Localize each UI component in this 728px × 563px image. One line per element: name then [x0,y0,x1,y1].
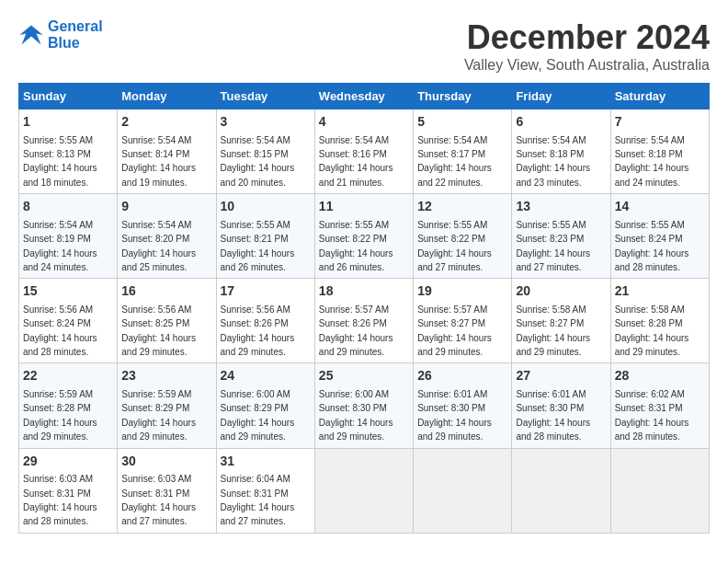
calendar-cell: 24Sunrise: 6:00 AMSunset: 8:29 PMDayligh… [216,363,314,448]
calendar-cell [414,448,512,533]
day-number: 13 [516,198,606,216]
header-row: SundayMondayTuesdayWednesdayThursdayFrid… [19,84,710,109]
day-info: Sunrise: 5:59 AMSunset: 8:29 PMDaylight:… [121,389,196,442]
day-number: 29 [23,453,113,471]
calendar-cell: 6Sunrise: 5:54 AMSunset: 8:18 PMDaylight… [512,109,610,194]
day-info: Sunrise: 5:54 AMSunset: 8:18 PMDaylight:… [615,135,689,188]
calendar-cell: 12Sunrise: 5:55 AMSunset: 8:22 PMDayligh… [414,194,512,279]
day-info: Sunrise: 6:00 AMSunset: 8:30 PMDaylight:… [319,389,393,442]
calendar-cell: 22Sunrise: 5:59 AMSunset: 8:28 PMDayligh… [19,363,118,448]
day-number: 26 [417,367,507,385]
day-number: 25 [319,367,409,385]
calendar-cell: 2Sunrise: 5:54 AMSunset: 8:14 PMDaylight… [118,109,216,194]
calendar-body: 1Sunrise: 5:55 AMSunset: 8:13 PMDaylight… [19,109,710,534]
calendar-cell: 31Sunrise: 6:04 AMSunset: 8:31 PMDayligh… [216,448,314,533]
day-number: 9 [121,198,211,216]
calendar-cell: 18Sunrise: 5:57 AMSunset: 8:26 PMDayligh… [314,279,413,363]
header-sunday: Sunday [19,84,118,109]
day-number: 12 [417,198,507,216]
day-info: Sunrise: 5:57 AMSunset: 8:26 PMDaylight:… [319,304,393,357]
day-number: 4 [319,113,409,132]
day-info: Sunrise: 5:57 AMSunset: 8:27 PMDaylight:… [417,304,492,357]
day-number: 3 [221,113,311,132]
day-number: 18 [319,282,409,301]
calendar-cell: 8Sunrise: 5:54 AMSunset: 8:19 PMDaylight… [19,194,118,279]
day-info: Sunrise: 5:55 AMSunset: 8:24 PMDaylight:… [615,220,689,272]
day-info: Sunrise: 6:03 AMSunset: 8:31 PMDaylight:… [23,474,97,526]
day-number: 30 [121,453,211,471]
logo-text: General Blue [48,18,103,51]
svg-marker-0 [19,25,42,44]
day-info: Sunrise: 5:55 AMSunset: 8:22 PMDaylight:… [319,220,393,272]
calendar-cell: 15Sunrise: 5:56 AMSunset: 8:24 PMDayligh… [19,279,118,363]
day-number: 23 [121,367,211,385]
day-number: 10 [221,198,311,216]
day-number: 6 [516,113,606,132]
calendar-cell [314,448,413,533]
day-info: Sunrise: 5:54 AMSunset: 8:17 PMDaylight:… [417,135,492,188]
day-info: Sunrise: 6:01 AMSunset: 8:30 PMDaylight:… [516,389,590,442]
day-number: 7 [615,113,705,132]
day-info: Sunrise: 5:54 AMSunset: 8:18 PMDaylight:… [516,135,590,188]
day-number: 11 [319,198,409,216]
calendar-cell: 23Sunrise: 5:59 AMSunset: 8:29 PMDayligh… [118,363,216,448]
day-number: 28 [615,367,705,385]
calendar-cell: 4Sunrise: 5:54 AMSunset: 8:16 PMDaylight… [314,109,413,194]
day-info: Sunrise: 5:58 AMSunset: 8:27 PMDaylight:… [516,304,590,357]
day-number: 15 [23,282,113,301]
header-thursday: Thursday [414,84,512,109]
day-info: Sunrise: 5:56 AMSunset: 8:26 PMDaylight:… [221,304,295,357]
day-info: Sunrise: 5:55 AMSunset: 8:13 PMDaylight:… [23,135,97,188]
week-row-3: 15Sunrise: 5:56 AMSunset: 8:24 PMDayligh… [19,279,710,363]
calendar-cell: 28Sunrise: 6:02 AMSunset: 8:31 PMDayligh… [610,363,709,448]
calendar-table: SundayMondayTuesdayWednesdayThursdayFrid… [18,83,710,534]
location-title: Valley View, South Australia, Australia [464,57,710,74]
day-info: Sunrise: 6:01 AMSunset: 8:30 PMDaylight:… [417,389,492,442]
calendar-cell [610,448,709,533]
header-saturday: Saturday [610,84,709,109]
day-info: Sunrise: 5:54 AMSunset: 8:19 PMDaylight:… [23,220,97,272]
day-number: 8 [23,198,113,216]
day-number: 22 [23,367,113,385]
calendar-cell: 7Sunrise: 5:54 AMSunset: 8:18 PMDaylight… [610,109,709,194]
header: General Blue December 2024 Valley View, … [18,18,710,74]
calendar-cell: 10Sunrise: 5:55 AMSunset: 8:21 PMDayligh… [216,194,314,279]
week-row-2: 8Sunrise: 5:54 AMSunset: 8:19 PMDaylight… [19,194,710,279]
day-number: 24 [221,367,311,385]
header-monday: Monday [118,84,216,109]
day-number: 21 [615,282,705,301]
week-row-1: 1Sunrise: 5:55 AMSunset: 8:13 PMDaylight… [19,109,710,194]
day-info: Sunrise: 5:54 AMSunset: 8:16 PMDaylight:… [319,135,393,188]
logo-line1: General [48,18,103,34]
calendar-cell: 21Sunrise: 5:58 AMSunset: 8:28 PMDayligh… [610,279,709,363]
header-friday: Friday [512,84,610,109]
day-info: Sunrise: 5:58 AMSunset: 8:28 PMDaylight:… [615,304,689,357]
calendar-cell: 3Sunrise: 5:54 AMSunset: 8:15 PMDaylight… [216,109,314,194]
day-number: 5 [417,113,507,132]
day-info: Sunrise: 5:54 AMSunset: 8:15 PMDaylight:… [221,135,295,188]
day-number: 2 [121,113,211,132]
day-info: Sunrise: 5:59 AMSunset: 8:28 PMDaylight:… [23,389,97,442]
calendar-cell: 9Sunrise: 5:54 AMSunset: 8:20 PMDaylight… [118,194,216,279]
calendar-cell: 29Sunrise: 6:03 AMSunset: 8:31 PMDayligh… [19,448,118,533]
header-wednesday: Wednesday [314,84,413,109]
day-info: Sunrise: 5:56 AMSunset: 8:24 PMDaylight:… [23,304,97,357]
day-info: Sunrise: 6:03 AMSunset: 8:31 PMDaylight:… [121,474,196,526]
calendar-header: SundayMondayTuesdayWednesdayThursdayFrid… [19,84,710,109]
calendar-cell: 25Sunrise: 6:00 AMSunset: 8:30 PMDayligh… [314,363,413,448]
day-number: 16 [121,282,211,301]
day-number: 19 [417,282,507,301]
calendar-cell: 5Sunrise: 5:54 AMSunset: 8:17 PMDaylight… [414,109,512,194]
week-row-4: 22Sunrise: 5:59 AMSunset: 8:28 PMDayligh… [19,363,710,448]
calendar-cell: 26Sunrise: 6:01 AMSunset: 8:30 PMDayligh… [414,363,512,448]
day-number: 1 [23,113,113,132]
calendar-cell: 16Sunrise: 5:56 AMSunset: 8:25 PMDayligh… [118,279,216,363]
calendar-cell [512,448,610,533]
day-number: 31 [221,453,311,471]
week-row-5: 29Sunrise: 6:03 AMSunset: 8:31 PMDayligh… [19,448,710,533]
logo-icon [18,22,44,48]
calendar-cell: 30Sunrise: 6:03 AMSunset: 8:31 PMDayligh… [118,448,216,533]
month-title: December 2024 [464,18,710,57]
calendar-cell: 11Sunrise: 5:55 AMSunset: 8:22 PMDayligh… [314,194,413,279]
logo: General Blue [18,18,103,51]
